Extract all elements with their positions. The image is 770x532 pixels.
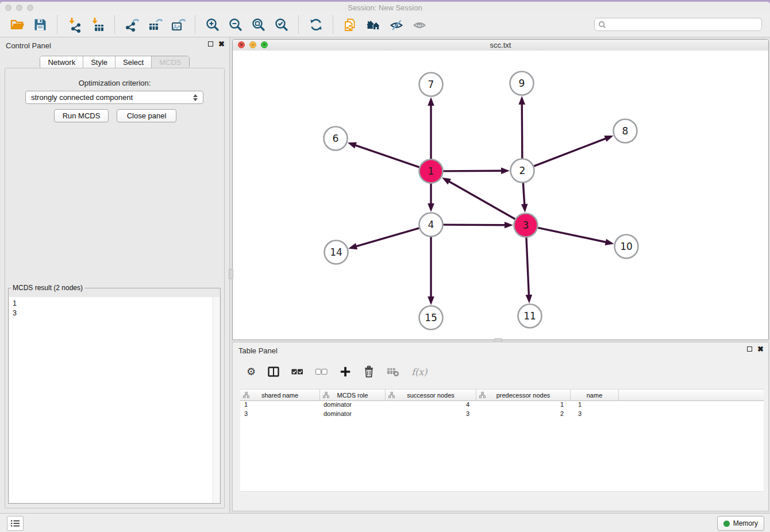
import-network-icon — [67, 17, 83, 33]
hide-selected-button[interactable] — [388, 16, 405, 33]
export-table-button[interactable] — [147, 16, 164, 33]
graph-edge-4-14[interactable] — [356, 228, 421, 246]
tab-select[interactable]: Select — [115, 56, 151, 68]
show-all-button[interactable] — [411, 16, 428, 33]
attribute-tree-icon — [323, 392, 329, 398]
column-browser-button[interactable] — [268, 367, 279, 377]
graph-edge-arrowhead — [348, 243, 357, 249]
zoom-out-button[interactable] — [227, 16, 244, 33]
search-input[interactable] — [609, 20, 758, 29]
copy-network-icon — [342, 17, 359, 33]
tab-style[interactable]: Style — [83, 56, 115, 68]
main-area: Control Panel ✖ Network Style Select MCD… — [0, 37, 770, 513]
status-bar: Memory — [0, 513, 770, 532]
open-session-button[interactable] — [9, 16, 26, 33]
column-header-filler — [619, 390, 764, 400]
unselect-all-columns-button[interactable] — [315, 369, 328, 375]
columns-icon — [268, 367, 279, 377]
delete-table-icon — [387, 367, 399, 377]
zoom-selected-button[interactable] — [273, 16, 290, 33]
cell-shared-name[interactable]: 1 — [240, 401, 320, 410]
zoom-in-button[interactable] — [204, 16, 221, 33]
graph-edge-1-2[interactable] — [442, 171, 502, 171]
cell-successor-nodes[interactable]: 3 — [386, 410, 476, 419]
zoom-in-icon — [205, 17, 221, 33]
task-list-icon — [10, 519, 20, 527]
cell-name[interactable]: 1 — [571, 401, 619, 410]
refresh-button[interactable] — [307, 16, 325, 33]
network-canvas[interactable]: 7968124314101511 — [233, 51, 768, 340]
cell-predecessor-nodes[interactable]: 2 — [476, 410, 571, 419]
tab-mcds[interactable]: MCDS — [151, 56, 188, 68]
graph-node-label: 6 — [333, 133, 339, 144]
zoom-fit-button[interactable] — [250, 16, 267, 33]
graph-edge-3-10[interactable] — [537, 228, 607, 242]
cell-predecessor-nodes[interactable]: 1 — [476, 401, 571, 410]
copy-network-button[interactable] — [342, 16, 359, 33]
show-task-history-button[interactable] — [7, 516, 24, 531]
graph-edge-2-8[interactable] — [533, 138, 607, 167]
table-header-row: shared name MCDS role — [240, 389, 764, 401]
search-field[interactable] — [594, 18, 762, 31]
graph-edge-3-1[interactable] — [448, 181, 516, 219]
table-row[interactable]: 3 dominator 3 2 3 — [240, 410, 764, 419]
float-table-panel-icon[interactable] — [747, 346, 752, 352]
graph-node-label: 3 — [523, 219, 529, 231]
eye-slash-icon — [388, 17, 405, 33]
network-view-window: ✕ − + scc.txt 7968124314101511 — [232, 39, 769, 340]
graph-edge-2-9[interactable] — [522, 103, 522, 160]
vertical-splitter-grip[interactable] — [229, 269, 233, 279]
function-builder-button-disabled: f(x) — [411, 367, 427, 377]
column-header-shared-name[interactable]: shared name — [240, 390, 320, 400]
graph-edge-2-3[interactable] — [523, 182, 525, 205]
network-window-title: scc.txt — [233, 41, 768, 49]
delete-column-button[interactable] — [363, 365, 375, 378]
table-row[interactable]: 1 dominator 4 1 1 — [240, 401, 764, 410]
export-table-icon — [147, 17, 163, 33]
result-scrollbar[interactable] — [213, 297, 220, 503]
column-header-name[interactable]: name — [571, 390, 619, 400]
export-network-button[interactable] — [124, 16, 141, 33]
first-neighbors-button[interactable] — [365, 16, 382, 33]
run-mcds-button[interactable]: Run MCDS — [54, 109, 109, 122]
save-session-button[interactable] — [32, 16, 49, 33]
export-image-button[interactable] — [170, 16, 187, 33]
memory-button[interactable]: Memory — [717, 516, 764, 531]
cell-shared-name[interactable]: 3 — [240, 410, 320, 419]
graph-node-label: 15 — [425, 312, 437, 323]
column-header-successor-nodes[interactable]: successor nodes — [386, 390, 476, 400]
close-panel-icon[interactable]: ✖ — [218, 41, 225, 47]
search-icon — [598, 21, 606, 29]
memory-status-icon — [723, 521, 730, 527]
table-panel-title: Table Panel — [238, 346, 278, 355]
cell-mcds-role[interactable]: dominator — [320, 401, 386, 410]
main-toolbar — [0, 12, 770, 37]
column-header-mcds-role[interactable]: MCDS role — [320, 390, 386, 400]
import-network-button[interactable] — [66, 16, 83, 33]
graph-edge-3-11[interactable] — [526, 236, 529, 296]
tab-network[interactable]: Network — [40, 56, 83, 68]
column-header-predecessor-nodes[interactable]: predecessor nodes — [476, 390, 571, 400]
import-table-button[interactable] — [89, 16, 106, 33]
float-panel-icon[interactable] — [208, 41, 213, 47]
graph-node-label: 10 — [620, 241, 633, 252]
criterion-dropdown[interactable]: strongly connected component — [25, 91, 203, 104]
graph-edge-4-3[interactable] — [442, 225, 506, 225]
optimization-criterion-label: Optimization criterion: — [0, 79, 229, 87]
graph-edge-1-6[interactable] — [355, 145, 421, 167]
save-floppy-icon — [32, 17, 48, 33]
cell-name[interactable]: 3 — [571, 410, 619, 419]
network-window-titlebar[interactable]: ✕ − + scc.txt — [233, 40, 768, 51]
cell-successor-nodes[interactable]: 4 — [386, 401, 476, 410]
toolbar-separator — [195, 16, 196, 34]
table-panel: Table Panel ✖ ⚙ — [232, 342, 769, 511]
create-column-button[interactable] — [340, 366, 351, 377]
plus-icon — [340, 366, 351, 377]
table-settings-button[interactable]: ⚙ — [247, 367, 256, 377]
unchecked-boxes-icon — [315, 369, 328, 375]
cell-mcds-role[interactable]: dominator — [320, 410, 386, 419]
select-all-columns-button[interactable] — [291, 369, 303, 375]
close-table-panel-icon[interactable]: ✖ — [757, 346, 764, 352]
close-panel-button[interactable]: Close panel — [117, 109, 176, 122]
mcds-result-box: MCDS result (2 nodes) 1 3 — [8, 284, 221, 504]
